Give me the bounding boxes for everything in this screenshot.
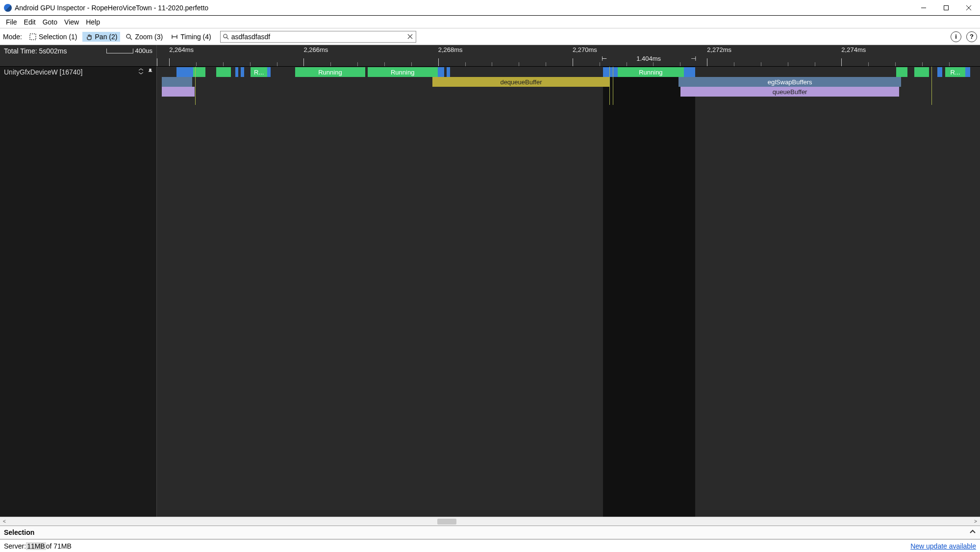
hairline (931, 67, 932, 105)
tracks[interactable]: UnityGfxDeviceW [16740] R...RunningRunni… (0, 67, 980, 517)
ruler-info: Total Time: 5s002ms 400us (0, 45, 157, 66)
slice[interactable]: Running (368, 67, 438, 77)
collapse-icon[interactable] (138, 68, 144, 76)
slice[interactable] (241, 67, 244, 77)
svg-point-5 (126, 34, 130, 38)
clear-search-icon[interactable] (405, 34, 416, 39)
zoom-icon (125, 33, 133, 41)
tick-label: 2,268ms (438, 46, 463, 53)
tick-label: 2,264ms (169, 46, 194, 53)
scroll-right-icon[interactable]: > (971, 517, 980, 526)
selection-panel-header[interactable]: Selection (0, 526, 980, 539)
help-button[interactable]: ? (966, 31, 977, 42)
menu-view[interactable]: View (61, 17, 82, 27)
server-label: Server: (4, 542, 26, 550)
slice[interactable]: eglSwapBuffers (678, 77, 901, 87)
slice[interactable] (216, 67, 231, 77)
slice[interactable] (176, 67, 193, 77)
slice[interactable]: queueBuffer (680, 87, 900, 97)
search-box[interactable] (220, 31, 416, 43)
slice[interactable]: R... (251, 67, 267, 77)
mode-label: Mode: (3, 33, 22, 41)
slice[interactable] (965, 67, 970, 77)
help-icon: ? (970, 33, 974, 40)
mode-zoom[interactable]: Zoom (3) (122, 32, 166, 42)
selection-icon (29, 33, 37, 41)
menu-file[interactable]: File (3, 17, 20, 27)
scroll-thumb[interactable] (437, 519, 456, 525)
pan-hand-icon (85, 33, 93, 41)
update-link[interactable]: New update available (910, 542, 976, 550)
tick-label: 2,272ms (707, 46, 731, 53)
track-header[interactable]: UnityGfxDeviceW [16740] (0, 67, 156, 77)
server-mem-total: of 71MB (46, 542, 72, 550)
maximize-button[interactable] (935, 0, 957, 16)
close-button[interactable] (957, 0, 980, 16)
slice[interactable] (684, 67, 696, 77)
slice[interactable]: dequeueBuffer (432, 77, 609, 87)
svg-rect-1 (944, 5, 949, 10)
chevron-up-icon[interactable] (969, 528, 976, 537)
server-mem-used: 11MB (26, 542, 46, 550)
slice[interactable] (267, 67, 271, 77)
app-icon (4, 4, 12, 12)
menu-help[interactable]: Help (83, 17, 103, 27)
search-icon (221, 33, 231, 40)
dim-overlay (157, 67, 603, 517)
tick-label: 2,270ms (573, 46, 597, 53)
tick-label: 2,274ms (841, 46, 866, 53)
menu-bar: File Edit Goto View Help (0, 16, 980, 28)
info-button[interactable]: i (951, 31, 961, 42)
slice[interactable] (447, 67, 450, 77)
hairline (613, 67, 613, 105)
mode-selection[interactable]: Selection (1) (26, 32, 80, 42)
mode-pan[interactable]: Pan (2) (82, 32, 121, 42)
hairline (195, 67, 196, 105)
svg-line-6 (130, 38, 132, 40)
scroll-track[interactable] (9, 517, 971, 526)
slice[interactable] (162, 77, 192, 87)
slice[interactable]: Running (618, 67, 683, 77)
svg-rect-4 (30, 34, 36, 40)
measurement-label: ⊢1.404ms⊣ (602, 55, 696, 62)
slice[interactable]: R... (945, 67, 965, 77)
svg-line-11 (227, 37, 229, 39)
slice[interactable] (896, 67, 908, 77)
slice[interactable]: Running (295, 67, 365, 77)
tick-label: 2,266ms (303, 46, 328, 53)
svg-point-10 (224, 34, 227, 38)
dim-overlay (695, 67, 980, 517)
ruler-ticks[interactable]: 2,264ms2,266ms2,268ms2,270ms2,272ms2,274… (157, 45, 980, 66)
slice[interactable] (603, 67, 618, 77)
slice[interactable] (162, 87, 195, 97)
time-ruler[interactable]: Total Time: 5s002ms 400us 2,264ms2,266ms… (0, 45, 980, 67)
menu-goto[interactable]: Goto (40, 17, 60, 27)
timing-icon (171, 33, 178, 41)
window-titlebar: Android GPU Inspector - RopeHeroViceTown… (0, 0, 980, 16)
slice[interactable] (438, 67, 444, 77)
scroll-left-icon[interactable]: < (0, 517, 9, 526)
hairline (609, 67, 610, 105)
info-icon: i (955, 33, 957, 40)
scale-indicator: 400us (106, 47, 152, 54)
mode-timing[interactable]: Timing (4) (168, 32, 214, 42)
status-bar: Server: 11MB of 71MB New update availabl… (0, 539, 980, 552)
pin-icon[interactable] (147, 68, 153, 76)
selection-title: Selection (4, 528, 34, 536)
total-time-label: Total Time: 5s002ms (4, 47, 67, 55)
toolbar: Mode: Selection (1) Pan (2) Zoom (3) Tim… (0, 28, 980, 45)
timeline-area[interactable]: Total Time: 5s002ms 400us 2,264ms2,266ms… (0, 45, 980, 517)
horizontal-scrollbar[interactable]: < > (0, 517, 980, 526)
track-headers: UnityGfxDeviceW [16740] (0, 67, 157, 517)
window-title: Android GPU Inspector - RopeHeroViceTown… (15, 4, 208, 12)
slice[interactable] (235, 67, 239, 77)
slice[interactable] (914, 67, 929, 77)
menu-edit[interactable]: Edit (21, 17, 39, 27)
slice[interactable] (937, 67, 942, 77)
track-lanes[interactable]: R...RunningRunningRunningR...dequeueBuff… (157, 67, 980, 517)
minimize-button[interactable] (912, 0, 935, 16)
search-input[interactable] (231, 31, 405, 42)
track-name: UnityGfxDeviceW [16740] (4, 68, 82, 76)
